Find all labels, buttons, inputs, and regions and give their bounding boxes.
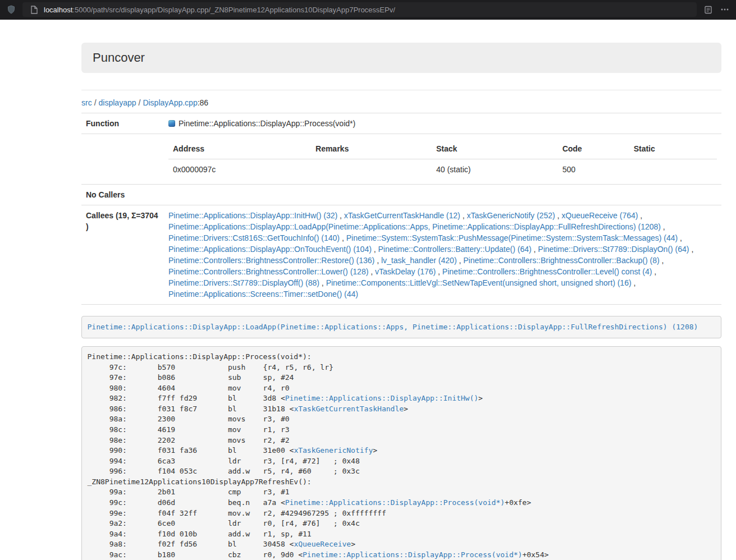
address-value: 0x0000097c (168, 159, 311, 180)
page-icon (28, 4, 39, 15)
callee-link[interactable]: Pinetime::Controllers::Battery::Update()… (378, 245, 532, 254)
url-text: localhost:5000/path/src/displayapp/Displ… (44, 6, 395, 14)
metrics-header-row: Address Remarks Stack Code Static (168, 139, 717, 159)
callee-link[interactable]: vTaskDelay (176) (375, 267, 436, 276)
callee-link[interactable]: Pinetime::Components::LittleVgl::SetNewT… (326, 278, 632, 287)
callee-link[interactable]: xTaskGetCurrentTaskHandle (12) (344, 211, 460, 220)
breadcrumb-item-src[interactable]: src (81, 98, 92, 107)
callee-link[interactable]: xQueueReceive (764) (561, 211, 638, 220)
breadcrumb-line-number: :86 (198, 98, 208, 107)
shield-icon[interactable] (6, 4, 17, 15)
code-symbol-link[interactable]: Pinetime::Applications::DisplayApp::Proc… (303, 550, 522, 559)
code-symbol-link[interactable]: xTaskGenericNotify (294, 446, 373, 455)
function-info-table: Function Pinetime::Applications::Display… (81, 113, 721, 305)
column-static: Static (629, 139, 717, 159)
function-type-icon (168, 120, 175, 127)
callee-link[interactable]: Pinetime::Drivers::Cst816S::GetTouchInfo… (168, 233, 340, 242)
url-path: :5000/path/src/displayapp/DisplayApp.cpp… (72, 6, 395, 14)
url-host: localhost (44, 6, 72, 14)
metrics-table: Address Remarks Stack Code Static 0x0000… (168, 139, 717, 180)
code-symbol-link[interactable]: xQueueReceive (294, 540, 351, 548)
disassembly-code: Pinetime::Applications::DisplayApp::Proc… (81, 346, 721, 560)
function-name-cell: Pinetime::Applications::DisplayApp::Proc… (164, 113, 721, 134)
breadcrumb-separator: / (92, 98, 99, 107)
callee-link[interactable]: Pinetime::Applications::Screens::Timer::… (168, 290, 358, 299)
callee-link[interactable]: Pinetime::Controllers::BrightnessControl… (463, 256, 659, 265)
app-title: Puncover (93, 51, 710, 65)
menu-icon[interactable] (719, 4, 730, 15)
function-name: Pinetime::Applications::DisplayApp::Proc… (179, 119, 355, 128)
callee-link[interactable]: Pinetime::Controllers::BrightnessControl… (442, 267, 652, 276)
static-value (629, 159, 717, 180)
code-value: 500 (558, 159, 629, 180)
page-content: Puncover src/displayapp/DisplayApp.cpp:8… (0, 20, 736, 560)
function-label: Function (81, 113, 164, 134)
column-remarks: Remarks (311, 139, 432, 159)
callees-list: Pinetime::Applications::DisplayApp::Init… (164, 205, 721, 305)
remarks-value (311, 159, 432, 180)
app-header: Puncover (81, 43, 721, 73)
no-callers-row: No Callers (81, 185, 721, 205)
callee-link[interactable]: Pinetime::Controllers::BrightnessControl… (168, 267, 368, 276)
highlighted-callee-link[interactable]: Pinetime::Applications::DisplayApp::Load… (88, 323, 698, 331)
breadcrumb: src/displayapp/DisplayApp.cpp:86 (81, 97, 721, 108)
code-symbol-link[interactable]: xTaskGetCurrentTaskHandle (294, 405, 404, 413)
callee-link[interactable]: Pinetime::Applications::DisplayApp::Init… (168, 211, 337, 220)
callee-link[interactable]: Pinetime::Drivers::St7789::DisplayOn() (… (538, 245, 689, 254)
breadcrumb-item-displayapp[interactable]: displayapp (99, 98, 136, 107)
code-symbol-link[interactable]: Pinetime::Applications::DisplayApp::Init… (285, 394, 478, 402)
stack-value: 40 (static) (432, 159, 558, 180)
column-stack: Stack (432, 139, 558, 159)
no-callers-cell (164, 185, 721, 205)
callee-link[interactable]: lv_task_handler (420) (381, 256, 457, 265)
callees-row: Callees (19, Σ=3704 ) Pinetime::Applicat… (81, 205, 721, 305)
callee-link[interactable]: Pinetime::System::SystemTask::PushMessag… (346, 233, 678, 242)
metrics-row-head (81, 134, 164, 185)
browser-chrome: localhost:5000/path/src/displayapp/Displ… (0, 0, 736, 20)
metrics-values-row: 0x0000097c 40 (static) 500 (168, 159, 717, 180)
column-address: Address (168, 139, 311, 159)
highlighted-callee: Pinetime::Applications::DisplayApp::Load… (81, 316, 721, 338)
metrics-row: Address Remarks Stack Code Static 0x0000… (81, 134, 721, 185)
callees-label: Callees (19, Σ=3704 ) (81, 205, 164, 305)
function-row: Function Pinetime::Applications::Display… (81, 113, 721, 134)
reader-view-icon[interactable] (702, 4, 714, 15)
metrics-cell: Address Remarks Stack Code Static 0x0000… (164, 134, 721, 185)
main-container: Puncover src/displayapp/DisplayApp.cpp:8… (81, 20, 721, 560)
no-callers-label: No Callers (81, 185, 164, 205)
code-symbol-link[interactable]: Pinetime::Applications::DisplayApp::Proc… (285, 498, 505, 507)
breadcrumb-separator: / (136, 98, 143, 107)
breadcrumb-item-file[interactable]: DisplayApp.cpp (143, 98, 197, 107)
divider (81, 90, 721, 90)
callee-link[interactable]: Pinetime::Applications::DisplayApp::OnTo… (168, 245, 372, 254)
url-bar[interactable]: localhost:5000/path/src/displayapp/Displ… (22, 2, 697, 17)
column-code: Code (558, 139, 629, 159)
callee-link[interactable]: Pinetime::Drivers::St7789::DisplayOff() … (168, 278, 319, 287)
callee-link[interactable]: xTaskGenericNotify (252) (467, 211, 555, 220)
callee-link[interactable]: Pinetime::Controllers::BrightnessControl… (168, 256, 374, 265)
callee-link[interactable]: Pinetime::Applications::DisplayApp::Load… (168, 222, 661, 231)
